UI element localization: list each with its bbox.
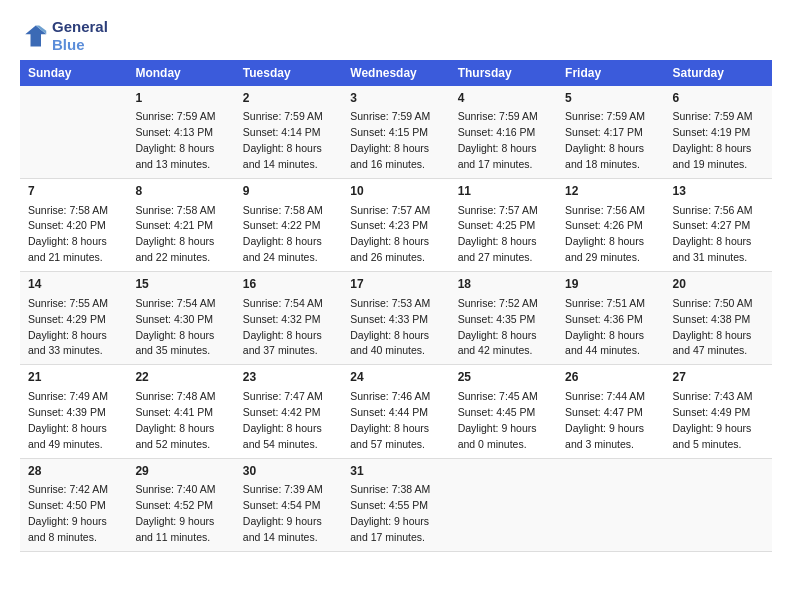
sunrise-text: Sunrise: 7:54 AM: [243, 297, 323, 309]
sunrise-text: Sunrise: 7:42 AM: [28, 483, 108, 495]
cell-w1-d6: 6Sunrise: 7:59 AMSunset: 4:19 PMDaylight…: [665, 86, 772, 179]
sunset-text: Sunset: 4:21 PM: [135, 219, 213, 231]
cell-w2-d5: 12Sunrise: 7:56 AMSunset: 4:26 PMDayligh…: [557, 179, 664, 272]
sunset-text: Sunset: 4:26 PM: [565, 219, 643, 231]
cell-w3-d6: 20Sunrise: 7:50 AMSunset: 4:38 PMDayligh…: [665, 272, 772, 365]
day-number: 24: [350, 369, 441, 386]
daylight-text: Daylight: 9 hours and 3 minutes.: [565, 422, 644, 450]
day-number: 26: [565, 369, 656, 386]
day-number: 3: [350, 90, 441, 107]
calendar-table: Sunday Monday Tuesday Wednesday Thursday…: [20, 60, 772, 552]
sunset-text: Sunset: 4:44 PM: [350, 406, 428, 418]
daylight-text: Daylight: 8 hours and 19 minutes.: [673, 142, 752, 170]
sunset-text: Sunset: 4:47 PM: [565, 406, 643, 418]
sunrise-text: Sunrise: 7:59 AM: [673, 110, 753, 122]
week-row-3: 14Sunrise: 7:55 AMSunset: 4:29 PMDayligh…: [20, 272, 772, 365]
cell-w3-d5: 19Sunrise: 7:51 AMSunset: 4:36 PMDayligh…: [557, 272, 664, 365]
daylight-text: Daylight: 8 hours and 40 minutes.: [350, 329, 429, 357]
sunrise-text: Sunrise: 7:59 AM: [458, 110, 538, 122]
day-number: 27: [673, 369, 764, 386]
cell-w4-d5: 26Sunrise: 7:44 AMSunset: 4:47 PMDayligh…: [557, 365, 664, 458]
sunrise-text: Sunrise: 7:59 AM: [135, 110, 215, 122]
day-number: 6: [673, 90, 764, 107]
sunset-text: Sunset: 4:30 PM: [135, 313, 213, 325]
sunrise-text: Sunrise: 7:38 AM: [350, 483, 430, 495]
week-row-4: 21Sunrise: 7:49 AMSunset: 4:39 PMDayligh…: [20, 365, 772, 458]
col-wednesday: Wednesday: [342, 60, 449, 86]
daylight-text: Daylight: 8 hours and 18 minutes.: [565, 142, 644, 170]
sunrise-text: Sunrise: 7:52 AM: [458, 297, 538, 309]
day-number: 17: [350, 276, 441, 293]
daylight-text: Daylight: 8 hours and 49 minutes.: [28, 422, 107, 450]
sunrise-text: Sunrise: 7:54 AM: [135, 297, 215, 309]
day-number: 7: [28, 183, 119, 200]
cell-w1-d5: 5Sunrise: 7:59 AMSunset: 4:17 PMDaylight…: [557, 86, 664, 179]
sunrise-text: Sunrise: 7:50 AM: [673, 297, 753, 309]
cell-w1-d3: 3Sunrise: 7:59 AMSunset: 4:15 PMDaylight…: [342, 86, 449, 179]
daylight-text: Daylight: 8 hours and 31 minutes.: [673, 235, 752, 263]
day-number: 18: [458, 276, 549, 293]
daylight-text: Daylight: 8 hours and 47 minutes.: [673, 329, 752, 357]
day-number: 12: [565, 183, 656, 200]
cell-w1-d1: 1Sunrise: 7:59 AMSunset: 4:13 PMDaylight…: [127, 86, 234, 179]
cell-w5-d3: 31Sunrise: 7:38 AMSunset: 4:55 PMDayligh…: [342, 458, 449, 551]
day-number: 1: [135, 90, 226, 107]
day-number: 15: [135, 276, 226, 293]
cell-w4-d6: 27Sunrise: 7:43 AMSunset: 4:49 PMDayligh…: [665, 365, 772, 458]
daylight-text: Daylight: 8 hours and 42 minutes.: [458, 329, 537, 357]
col-thursday: Thursday: [450, 60, 557, 86]
sunrise-text: Sunrise: 7:40 AM: [135, 483, 215, 495]
sunrise-text: Sunrise: 7:55 AM: [28, 297, 108, 309]
day-number: 4: [458, 90, 549, 107]
daylight-text: Daylight: 8 hours and 22 minutes.: [135, 235, 214, 263]
cell-w2-d4: 11Sunrise: 7:57 AMSunset: 4:25 PMDayligh…: [450, 179, 557, 272]
day-number: 16: [243, 276, 334, 293]
cell-w2-d2: 9Sunrise: 7:58 AMSunset: 4:22 PMDaylight…: [235, 179, 342, 272]
cell-w2-d1: 8Sunrise: 7:58 AMSunset: 4:21 PMDaylight…: [127, 179, 234, 272]
day-number: 5: [565, 90, 656, 107]
sunset-text: Sunset: 4:15 PM: [350, 126, 428, 138]
col-friday: Friday: [557, 60, 664, 86]
daylight-text: Daylight: 9 hours and 11 minutes.: [135, 515, 214, 543]
sunrise-text: Sunrise: 7:46 AM: [350, 390, 430, 402]
daylight-text: Daylight: 9 hours and 17 minutes.: [350, 515, 429, 543]
sunrise-text: Sunrise: 7:48 AM: [135, 390, 215, 402]
sunset-text: Sunset: 4:13 PM: [135, 126, 213, 138]
cell-w3-d0: 14Sunrise: 7:55 AMSunset: 4:29 PMDayligh…: [20, 272, 127, 365]
sunset-text: Sunset: 4:54 PM: [243, 499, 321, 511]
cell-w3-d3: 17Sunrise: 7:53 AMSunset: 4:33 PMDayligh…: [342, 272, 449, 365]
sunset-text: Sunset: 4:23 PM: [350, 219, 428, 231]
daylight-text: Daylight: 8 hours and 14 minutes.: [243, 142, 322, 170]
sunset-text: Sunset: 4:52 PM: [135, 499, 213, 511]
sunset-text: Sunset: 4:42 PM: [243, 406, 321, 418]
cell-w4-d2: 23Sunrise: 7:47 AMSunset: 4:42 PMDayligh…: [235, 365, 342, 458]
daylight-text: Daylight: 8 hours and 17 minutes.: [458, 142, 537, 170]
cell-w5-d5: [557, 458, 664, 551]
week-row-1: 1Sunrise: 7:59 AMSunset: 4:13 PMDaylight…: [20, 86, 772, 179]
sunset-text: Sunset: 4:27 PM: [673, 219, 751, 231]
sunset-text: Sunset: 4:22 PM: [243, 219, 321, 231]
day-number: 13: [673, 183, 764, 200]
daylight-text: Daylight: 8 hours and 57 minutes.: [350, 422, 429, 450]
sunset-text: Sunset: 4:45 PM: [458, 406, 536, 418]
day-number: 21: [28, 369, 119, 386]
cell-w2-d0: 7Sunrise: 7:58 AMSunset: 4:20 PMDaylight…: [20, 179, 127, 272]
sunrise-text: Sunrise: 7:59 AM: [243, 110, 323, 122]
sunset-text: Sunset: 4:25 PM: [458, 219, 536, 231]
cell-w5-d6: [665, 458, 772, 551]
sunrise-text: Sunrise: 7:45 AM: [458, 390, 538, 402]
cell-w1-d0: [20, 86, 127, 179]
daylight-text: Daylight: 8 hours and 44 minutes.: [565, 329, 644, 357]
sunset-text: Sunset: 4:55 PM: [350, 499, 428, 511]
cell-w3-d1: 15Sunrise: 7:54 AMSunset: 4:30 PMDayligh…: [127, 272, 234, 365]
daylight-text: Daylight: 8 hours and 35 minutes.: [135, 329, 214, 357]
sunset-text: Sunset: 4:49 PM: [673, 406, 751, 418]
daylight-text: Daylight: 9 hours and 8 minutes.: [28, 515, 107, 543]
sunrise-text: Sunrise: 7:58 AM: [243, 204, 323, 216]
day-number: 9: [243, 183, 334, 200]
sunset-text: Sunset: 4:36 PM: [565, 313, 643, 325]
sunrise-text: Sunrise: 7:58 AM: [28, 204, 108, 216]
header: General Blue: [20, 18, 772, 54]
day-number: 30: [243, 463, 334, 480]
header-row: Sunday Monday Tuesday Wednesday Thursday…: [20, 60, 772, 86]
